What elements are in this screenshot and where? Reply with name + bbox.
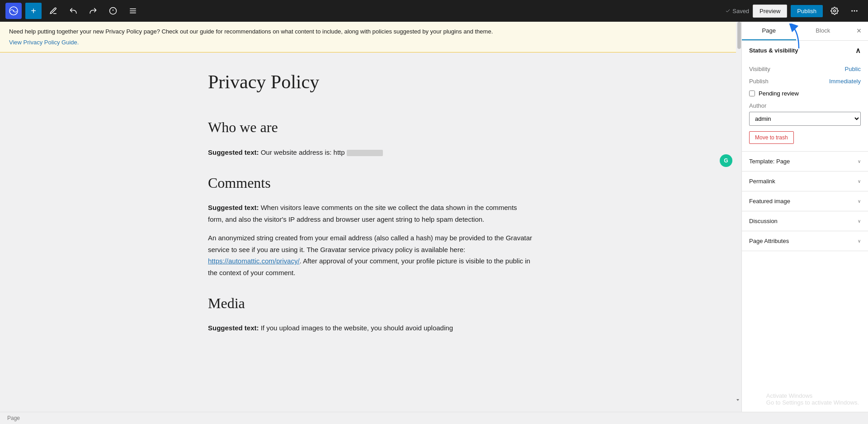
wordpress-logo[interactable] [5,3,22,19]
saved-text: Saved [732,8,749,14]
paragraph-media: Suggested text: If you upload images to … [208,322,533,334]
featured-image-section[interactable]: Featured image ∨ [742,191,868,211]
svg-marker-13 [736,399,739,401]
discussion-section[interactable]: Discussion ∨ [742,211,868,231]
content-block: Who we are Suggested text: Our website a… [208,116,533,334]
visibility-label: Visibility [749,66,770,72]
heading-media: Media [208,292,533,315]
scroll-thumb[interactable] [737,22,741,49]
paragraph-website-address: Suggested text: Our website address is: … [208,147,533,158]
scroll-bottom-button[interactable] [735,397,741,403]
publish-label: Publish [749,78,769,85]
permalink-chevron-icon: ∨ [858,179,861,184]
pending-review-row: Pending review [749,90,861,97]
visibility-value[interactable]: Public [845,66,861,72]
svg-point-10 [854,10,855,12]
discussion-title: Discussion [749,218,778,224]
preview-button[interactable]: Preview [753,5,787,18]
grammarly-bubble[interactable]: G [720,154,732,167]
undo-button[interactable] [65,3,81,19]
status-visibility-body: Visibility Public Publish Immediately Pe… [742,60,868,151]
author-select[interactable]: admin [749,112,861,126]
editor-scroll-area: Need help putting together your new Priv… [0,22,741,412]
toolbar: + Saved [0,0,868,22]
collapse-icon: ∧ [855,46,861,55]
sidebar: Page Block × Status & visibility ∧ Visib… [741,22,868,412]
scroll-track[interactable] [736,22,741,412]
publish-button[interactable]: Publish [791,5,823,17]
featured-image-title: Featured image [749,198,790,205]
notice-banner: Need help putting together your new Priv… [0,22,741,52]
redo-button[interactable] [85,3,101,19]
notice-link[interactable]: View Privacy Policy Guide. [9,38,732,47]
discussion-chevron-icon: ∨ [858,219,861,224]
template-title: Template: Page [749,158,790,165]
pending-review-checkbox[interactable] [749,91,755,96]
settings-button[interactable] [826,3,843,19]
main-area: Need help putting together your new Priv… [0,22,868,412]
editor-area: Need help putting together your new Priv… [0,22,741,412]
status-visibility-title: Status & visibility [749,47,798,54]
toolbar-right: Saved Preview Publish [725,3,863,19]
tools-button[interactable] [45,3,61,19]
paragraph-comments-2: An anonymized string created from your e… [208,232,533,278]
paragraph-comments-1: Suggested text: When visitors leave comm… [208,202,533,225]
heading-who-we-are: Who we are [208,116,533,139]
list-view-button[interactable] [125,3,141,19]
svg-point-11 [856,10,858,12]
notice-text: Need help putting together your new Priv… [9,28,493,35]
publish-row: Publish Immediately [749,78,861,85]
visibility-row: Visibility Public [749,66,861,72]
status-bar-label: Page [7,415,20,421]
featured-image-chevron-icon: ∨ [858,199,861,204]
page-attributes-section[interactable]: Page Attributes ∨ [742,231,868,251]
editor-content: Who we are Suggested text: Our website a… [190,71,552,334]
page-attributes-title: Page Attributes [749,238,789,244]
toolbar-left: + [5,3,141,19]
tab-block[interactable]: Block [796,22,850,40]
sidebar-close-button[interactable]: × [850,22,868,40]
page-attributes-chevron-icon: ∨ [858,238,861,243]
page-title-input[interactable] [208,71,533,93]
status-bar: Page [0,412,868,424]
tab-page[interactable]: Page [742,22,796,40]
template-section[interactable]: Template: Page ∨ [742,152,868,172]
heading-comments: Comments [208,172,533,195]
permalink-title: Permalink [749,178,775,185]
sidebar-tabs: Page Block × [742,22,868,41]
status-visibility-section: Status & visibility ∧ Visibility Public … [742,41,868,152]
more-options-button[interactable] [846,3,863,19]
add-block-button[interactable]: + [25,3,42,19]
publish-value[interactable]: Immediately [829,78,861,85]
details-button[interactable] [105,3,121,19]
svg-point-8 [834,10,836,12]
author-section: Author admin [749,102,861,131]
template-chevron-icon: ∨ [858,159,861,164]
svg-point-1 [13,10,14,12]
permalink-section[interactable]: Permalink ∨ [742,172,868,191]
move-to-trash-button[interactable]: Move to trash [749,131,794,144]
saved-indicator: Saved [725,8,749,14]
svg-point-9 [851,10,853,12]
pending-review-label[interactable]: Pending review [759,90,799,97]
status-visibility-header[interactable]: Status & visibility ∧ [742,41,868,60]
author-label: Author [749,102,861,109]
